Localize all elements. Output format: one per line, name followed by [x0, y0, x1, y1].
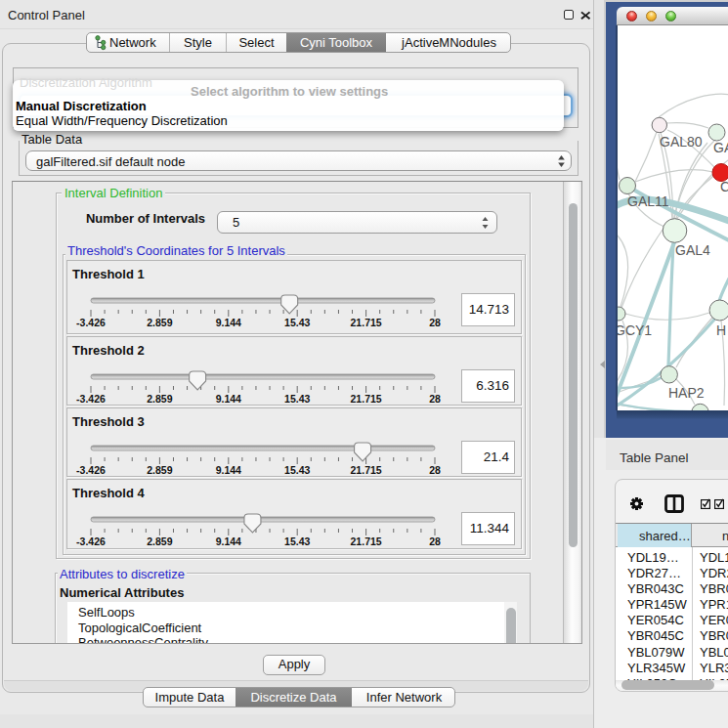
svg-text:2.859: 2.859	[147, 464, 172, 476]
svg-text:GA: GA	[713, 140, 728, 155]
svg-text:GAL80: GAL80	[660, 134, 703, 150]
svg-text:28: 28	[429, 464, 441, 476]
svg-text:15.43: 15.43	[284, 317, 310, 328]
svg-text:C: C	[720, 179, 728, 194]
svg-text:9.144: 9.144	[216, 317, 241, 328]
svg-text:GAL11: GAL11	[627, 193, 669, 209]
svg-text:GAL4: GAL4	[675, 242, 710, 258]
svg-text:-3.426: -3.426	[76, 393, 106, 405]
svg-text:-3.426: -3.426	[76, 317, 106, 328]
svg-text:9.144: 9.144	[216, 393, 241, 405]
svg-text:2.859: 2.859	[147, 317, 172, 328]
svg-text:9.144: 9.144	[216, 535, 241, 547]
svg-text:9.144: 9.144	[216, 464, 241, 476]
svg-text:21.715: 21.715	[351, 317, 382, 328]
svg-text:15.43: 15.43	[284, 535, 310, 547]
svg-text:28: 28	[429, 317, 441, 328]
svg-text:28: 28	[429, 535, 441, 547]
svg-text:21.715: 21.715	[351, 535, 382, 547]
svg-text:GCY1: GCY1	[618, 322, 652, 338]
svg-text:28: 28	[429, 393, 441, 405]
svg-text:15.43: 15.43	[284, 393, 310, 405]
svg-text:-3.426: -3.426	[76, 535, 106, 547]
svg-text:2.859: 2.859	[147, 393, 172, 405]
svg-text:HAP2: HAP2	[668, 385, 705, 401]
svg-text:H: H	[716, 322, 726, 338]
svg-text:21.715: 21.715	[351, 393, 382, 405]
svg-text:-3.426: -3.426	[76, 464, 106, 476]
svg-text:15.43: 15.43	[284, 464, 310, 476]
svg-text:21.715: 21.715	[351, 464, 382, 476]
svg-text:2.859: 2.859	[147, 535, 172, 547]
